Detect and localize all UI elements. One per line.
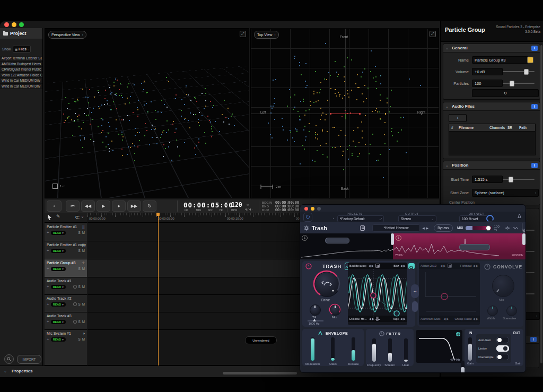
input-monitor-icon[interactable]	[73, 285, 77, 289]
close-button[interactable]	[304, 207, 308, 211]
in-gain-slider[interactable]	[468, 337, 472, 361]
out-gain-slider[interactable]	[461, 361, 465, 373]
draw-tool-icon[interactable]: ✎	[56, 214, 60, 219]
locator-value[interactable]: 00:00:00:00	[275, 208, 299, 212]
mute-button[interactable]: M	[82, 249, 85, 252]
top-view-selector[interactable]: Top View ↕	[254, 31, 279, 39]
drywet-knob[interactable]	[486, 214, 494, 223]
add-automation-button[interactable]: +	[47, 337, 49, 342]
tilt-knob[interactable]	[310, 304, 321, 316]
zoom-waveshaper-button[interactable]	[408, 263, 415, 269]
prev-preset-button[interactable]: ◀	[422, 227, 424, 230]
solo-button[interactable]: S	[78, 302, 81, 306]
convolve-mix-knob[interactable]	[492, 275, 514, 297]
fullscreen-icon[interactable]: ⤢	[430, 31, 436, 37]
read-automation-button[interactable]: READ▾	[51, 267, 66, 271]
section-header[interactable]: ⌄ Position i	[443, 161, 540, 170]
inspector-scrollbar[interactable]	[540, 45, 542, 363]
add-automation-button[interactable]: +	[47, 230, 49, 235]
read-automation-button[interactable]: READ▾	[51, 249, 66, 253]
track-header-6[interactable]: Audio Track #3+READ▾SM	[45, 312, 87, 330]
chevron-down-icon[interactable]: ⌄	[4, 369, 7, 373]
dice-icon[interactable]	[448, 264, 452, 268]
attack-slider[interactable]	[331, 337, 335, 361]
scream-slider[interactable]	[388, 338, 392, 362]
high-band-handle[interactable]	[459, 244, 490, 250]
file-list-item[interactable]: Wind in Car MEDIUM Driv	[0, 84, 42, 90]
low-band-handle[interactable]	[325, 238, 349, 243]
solo-button[interactable]: S	[78, 267, 81, 271]
ir-preset-a[interactable]: Allston 2x10	[421, 264, 439, 267]
loop-button[interactable]: ↻	[143, 201, 156, 212]
track-header-5[interactable]: Audio Track #2+READ▾SM	[45, 295, 87, 312]
mute-button[interactable]: M	[82, 320, 85, 324]
info-button[interactable]: i	[530, 337, 537, 342]
section-header[interactable]: ⌄ General i	[443, 44, 540, 53]
delta-icon[interactable]: Δ	[518, 213, 521, 219]
prev-preset-button[interactable]: ‹	[333, 216, 334, 220]
mute-button[interactable]: M	[82, 231, 85, 234]
read-automation-button[interactable]: READ▾	[51, 302, 66, 307]
modulation-slider[interactable]	[311, 337, 314, 361]
wave-preset-b[interactable]: Blitz	[381, 264, 399, 267]
properties-label[interactable]: Properties	[12, 369, 33, 373]
width-knob[interactable]	[487, 306, 498, 316]
tilt-slider[interactable]	[308, 320, 323, 321]
info-button[interactable]: i	[531, 163, 538, 168]
close-button[interactable]	[4, 22, 9, 27]
solo-button[interactable]: S	[78, 249, 81, 252]
chevron-down-icon[interactable]: v	[82, 215, 83, 219]
mute-button[interactable]: M	[82, 267, 85, 271]
start-time-field[interactable]: 1.515 s	[472, 176, 503, 183]
add-automation-button[interactable]: +	[47, 319, 49, 324]
mute-button[interactable]: M	[82, 285, 85, 289]
right-edge-handle[interactable]	[522, 233, 526, 245]
name-field[interactable]: Particle Group #3	[472, 56, 528, 64]
volume-field[interactable]: +0 dB	[472, 68, 503, 75]
sliders-icon[interactable]	[375, 317, 380, 321]
ir-preset-d[interactable]: Cheap Radio	[450, 317, 472, 320]
playhead[interactable]	[158, 213, 159, 365]
crossover-handle[interactable]	[391, 233, 394, 245]
top-viewport[interactable]: Top View ↕ ⤢ Front Back Left Right 2 m	[250, 28, 439, 198]
particles-field[interactable]: 100	[472, 80, 503, 87]
filter-power-icon[interactable]	[379, 331, 384, 336]
track-header-4[interactable]: Audio Track #1+READ▾SM	[45, 277, 87, 295]
crosshair-icon[interactable]	[456, 332, 461, 337]
fullscreen-icon[interactable]: ⤢	[240, 31, 246, 37]
track-header-1[interactable]: Particle Emitter #1⣿+READ▾SM	[45, 223, 87, 241]
global-preset-field[interactable]: *Factory Default⌄	[337, 215, 384, 222]
oversample-toggle[interactable]	[496, 354, 509, 360]
search-button[interactable]	[4, 354, 14, 364]
waveshaper-display[interactable]: Bad Breakup ◀▶ Blitz ◀▶	[348, 263, 407, 325]
filter-curve-display[interactable]: 4744Hz	[416, 330, 462, 363]
auto-gain-toggle[interactable]	[496, 337, 509, 343]
band-link-handle[interactable]	[412, 301, 418, 312]
swap-bands-button[interactable]: ↔	[411, 284, 419, 298]
cursor-tool-icon[interactable]	[47, 214, 52, 220]
zoom-button[interactable]	[317, 207, 321, 211]
time-display[interactable]: 00:00:05:00	[183, 201, 233, 209]
playhead-handle[interactable]	[156, 213, 160, 216]
dice-icon[interactable]	[360, 225, 364, 231]
fast-forward-button[interactable]: ▶▶	[127, 201, 141, 212]
output-dropdown[interactable]: Stereo⌄	[398, 215, 436, 222]
particles-slider[interactable]	[503, 83, 535, 84]
plugin-preset-field[interactable]: *Hattori Hansow	[372, 224, 421, 232]
file-list-item[interactable]: Volvo 122 Amazon Police C	[0, 73, 42, 79]
read-automation-button[interactable]: READ▾	[51, 320, 66, 324]
next-preset-button[interactable]: ›	[381, 216, 382, 220]
mute-button[interactable]: M	[82, 302, 85, 306]
dice-icon[interactable]	[375, 264, 380, 268]
minimize-button[interactable]	[311, 207, 314, 211]
add-automation-button[interactable]: +	[47, 248, 49, 253]
gear-icon[interactable]	[505, 225, 510, 231]
heat-slider[interactable]	[404, 338, 408, 362]
file-list-item[interactable]: AMBUrbn Budapest Heros	[0, 62, 42, 67]
play-button[interactable]: ▶	[97, 201, 110, 212]
horizontal-scrollbar[interactable]	[223, 372, 297, 374]
solo-button[interactable]: S	[78, 285, 81, 289]
read-automation-button[interactable]: READ▾	[51, 285, 66, 289]
import-button[interactable]: IMPORT	[17, 355, 41, 364]
file-list-item[interactable]: CRWDQuiet Interior Public .	[0, 67, 42, 73]
